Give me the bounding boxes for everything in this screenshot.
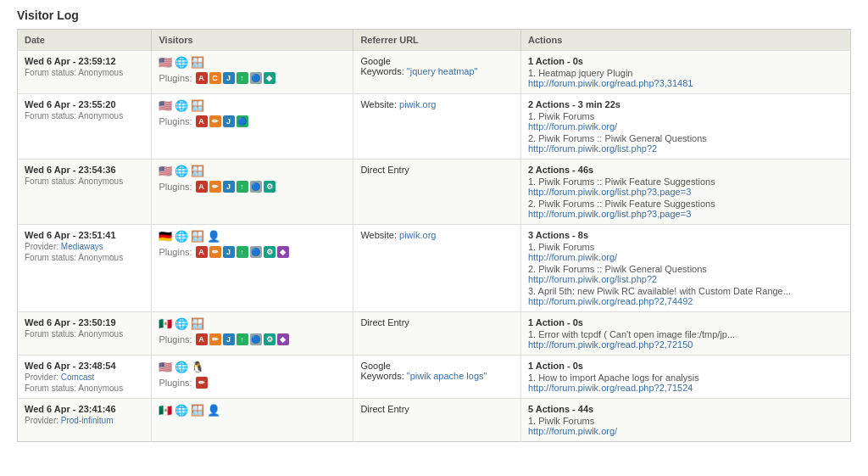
table-row: Wed 6 Apr - 23:55:20Forum status: Anonym… [18,94,851,160]
flag-icons: 🇲🇽🌐🪟 [159,317,346,330]
keyword-link[interactable]: "jquery heatmap" [407,66,478,76]
forum-status: Forum status: Anonymous [25,253,144,262]
plugin-icon: A [196,246,208,258]
flag-icons: 🇺🇸🌐🪟 [159,165,346,177]
flag-icon: 👤 [207,230,220,243]
table-row: Wed 6 Apr - 23:41:46Provider: Prod-infin… [18,399,851,442]
flag-icon: 🇩🇪 [159,230,172,243]
flag-icon: 🇺🇸 [159,99,172,112]
action-link[interactable]: http://forum.piwik.org/ [528,121,843,132]
plugin-icon: J [223,72,235,84]
plugin-icon: J [223,115,235,127]
flag-icon: 🌐 [175,56,188,69]
referrer-website: Website: piwik.org [360,230,514,240]
plugin-icon: 🔵 [250,181,262,193]
action-link[interactable]: http://forum.piwik.org/list.php?3,page=3 [528,209,843,219]
plugin-icon: 🔵 [236,115,248,127]
plugin-icon: ◆ [264,72,275,84]
action-item: 1. Piwik Forums http://forum.piwik.org/ [528,111,843,132]
flag-icon: 🇲🇽 [159,404,172,417]
plugin-icon: ↑ [236,246,248,258]
action-link[interactable]: http://forum.piwik.org/read.php?2,72150 [528,339,843,350]
plugins-label: Plugins: [159,182,192,192]
plugin-icon: ✏ [209,246,221,258]
col-header-date: Date [18,30,152,51]
actions-title: 1 Action - 0s [528,56,843,66]
provider-link[interactable]: Prod-infinitum [61,416,114,425]
flag-icon: 🌐 [175,317,188,330]
action-link[interactable]: http://forum.piwik.org/read.php?3,31481 [528,78,843,88]
flag-icon: 🇺🇸 [159,165,172,177]
plugin-icon: ↑ [236,181,248,193]
plugin-icon: C [209,72,221,84]
plugin-icon: ✏ [209,115,221,127]
table-row: Wed 6 Apr - 23:54:36Forum status: Anonym… [18,160,851,225]
table-row: Wed 6 Apr - 23:48:54Provider: ComcastFor… [18,356,851,399]
plugin-icon: A [196,72,208,84]
action-item: 3. April 5th: new Piwik RC available! wi… [528,286,843,306]
flag-icons: 🇲🇽🌐🪟👤 [159,404,346,417]
action-link[interactable]: http://forum.piwik.org/read.php?2,74492 [528,296,843,306]
action-link[interactable]: http://forum.piwik.org/ [528,426,843,436]
row-provider: Provider: Comcast [25,372,144,382]
plugin-icon: ✏ [209,333,221,345]
provider-link[interactable]: Comcast [61,372,94,382]
referrer-direct: Direct Entry [360,404,409,414]
plugins-label: Plugins: [159,73,192,83]
action-item: 1. Piwik Forums http://forum.piwik.org/ [528,416,843,436]
col-header-referrer: Referrer URL [353,30,521,51]
flag-icons: 🇺🇸🌐🪟 [159,56,346,69]
action-item: 1. How to import Apache logs for analysi… [528,372,843,393]
action-link[interactable]: http://forum.piwik.org/list.php?2 [528,274,843,284]
table-row: Wed 6 Apr - 23:50:19Forum status: Anonym… [18,312,851,356]
col-header-actions: Actions [520,30,850,51]
plugin-icon: 🔵 [250,72,262,84]
action-item: 2. Piwik Forums :: Piwik General Questio… [528,133,843,154]
flag-icon: 🇺🇸 [159,361,172,373]
actions-title: 5 Actions - 44s [528,404,843,414]
flag-icon: 🪟 [191,56,204,69]
plugin-icons: Plugins:✏ [159,377,346,389]
actions-title: 2 Actions - 46s [528,165,843,175]
flag-icon: 🌐 [175,165,188,177]
row-date: Wed 6 Apr - 23:50:19 [25,317,144,328]
plugin-icon: ↑ [236,333,248,345]
plugins-label: Plugins: [159,247,192,257]
flag-icon: 🪟 [191,404,204,417]
action-link[interactable]: http://forum.piwik.org/ [528,252,843,262]
actions-title: 1 Action - 0s [528,317,843,328]
flag-icon: 🌐 [175,99,188,112]
actions-title: 3 Actions - 8s [528,230,843,240]
plugin-icon: ↑ [236,72,248,84]
row-date: Wed 6 Apr - 23:48:54 [25,361,144,371]
referrer-website: Website: piwik.org [360,99,514,109]
action-link[interactable]: http://forum.piwik.org/read.php?2,71524 [528,383,843,393]
flag-icon: 🪟 [191,99,204,112]
flag-icon: 🇺🇸 [159,56,172,69]
plugin-icon: J [223,181,235,193]
actions-title: 2 Actions - 3 min 22s [528,99,843,109]
visitor-log-table: Date Visitors Referrer URL Actions Wed 6… [17,29,851,442]
plugin-icon: ⚙ [264,246,275,258]
keyword-link[interactable]: "piwik apache logs" [407,371,487,381]
row-date: Wed 6 Apr - 23:41:46 [25,404,144,414]
flag-icons: 🇩🇪🌐🪟👤 [159,230,346,243]
referrer-keywords: Keywords: "piwik apache logs" [360,371,514,381]
flag-icon: 👤 [207,404,220,417]
row-provider: Provider: Mediaways [25,242,144,251]
website-link[interactable]: piwik.org [399,230,436,240]
website-link[interactable]: piwik.org [399,99,436,109]
provider-link[interactable]: Mediaways [61,242,103,251]
plugin-icon: ⚙ [264,333,275,345]
flag-icon: 🌐 [175,230,188,243]
row-provider: Provider: Prod-infinitum [25,416,144,425]
action-link[interactable]: http://forum.piwik.org/list.php?2 [528,143,843,154]
plugins-label: Plugins: [159,334,192,344]
plugin-icon: ◆ [277,246,289,258]
plugin-icon: 🔵 [250,333,262,345]
plugin-icon: A [196,181,208,193]
page-title: Visitor Log [17,8,851,22]
plugin-icon: A [196,333,208,345]
flag-icon: 🇲🇽 [159,317,172,330]
action-link[interactable]: http://forum.piwik.org/list.php?3,page=3 [528,187,843,197]
